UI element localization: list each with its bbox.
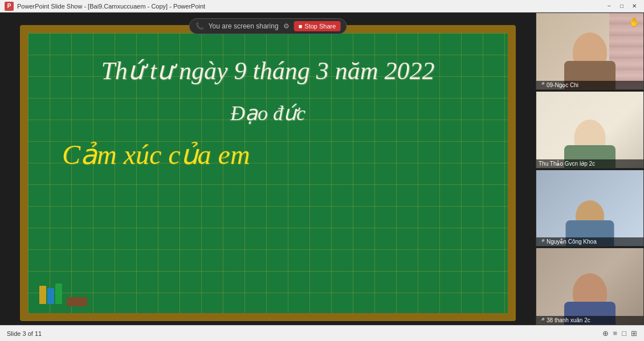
status-icon-4[interactable]: ⊞: [631, 329, 637, 338]
chalk-main-line3: Cảm xúc của em: [62, 138, 250, 170]
chalk-subtitle-line2: Đạo đức: [28, 101, 508, 125]
app-icon: P: [5, 2, 14, 11]
sharing-status-text: You are screen sharing: [209, 22, 279, 30]
participant-video-3: 🎤 Nguyễn Công Khoa: [536, 170, 644, 247]
status-right-icons: ⊕ ≡ □ ⊞: [602, 329, 637, 338]
status-icon-3[interactable]: □: [622, 329, 626, 338]
status-icon-1[interactable]: ⊕: [602, 329, 609, 338]
hand-raised-icon-1: ✋: [629, 17, 640, 27]
book-3: [55, 284, 62, 304]
book-1: [39, 286, 46, 304]
stop-icon: ■: [299, 23, 303, 30]
participant-bg-2: [536, 92, 643, 168]
participant-bg-1: [536, 13, 643, 89]
maximize-button[interactable]: □: [617, 2, 627, 10]
participants-panel: ✋ 🎤 09-Ngọc Chi Thu Thảo Gvcn lớp 2c: [536, 13, 644, 325]
mic-icon-4: 🎤: [539, 318, 545, 323]
participant-bg-3: [536, 170, 643, 246]
participant-name-bar-2: Thu Thảo Gvcn lớp 2c: [536, 159, 643, 168]
window-controls: − □ ✕: [604, 2, 639, 10]
participant-name-bar-1: 🎤 09-Ngọc Chi: [536, 81, 643, 89]
participant-name-bar-3: 🎤 Nguyễn Công Khoa: [536, 237, 643, 246]
slide-info: Slide 3 of 11: [7, 330, 42, 337]
mic-icon-1: 🎤: [539, 82, 545, 88]
blackboard-wrapper: Thứ tư ngày 9 tháng 3 năm 2022 Đạo đức C…: [20, 25, 516, 321]
participant-name-text-2: Thu Thảo Gvcn lớp 2c: [539, 161, 595, 167]
stop-share-button[interactable]: ■ Stop Share: [294, 21, 341, 31]
eraser: [67, 297, 87, 306]
mic-icon-3: 🎤: [539, 239, 545, 245]
gear-icon[interactable]: ⚙: [283, 22, 290, 30]
main-area: 📞 You are screen sharing ⚙ ■ Stop Share …: [0, 13, 644, 325]
book-2: [47, 288, 54, 304]
blackboard: Thứ tư ngày 9 tháng 3 năm 2022 Đạo đức C…: [28, 33, 508, 313]
window-title: PowerPoint Slide Show - [Bai9.Camxuccuae…: [17, 3, 604, 10]
phone-icon: 📞: [195, 22, 204, 30]
participant-name-bar-4: 🎤 38 thanh xuân 2c: [536, 316, 643, 324]
status-icon-2[interactable]: ≡: [613, 329, 618, 338]
participant-video-4: 🎤 38 thanh xuân 2c: [536, 248, 644, 325]
sharing-bar: 📞 You are screen sharing ⚙ ■ Stop Share: [189, 18, 347, 34]
participant-bg-4: [536, 248, 643, 324]
participant-name-text-4: 38 thanh xuân 2c: [547, 317, 590, 323]
participant-video-2: Thu Thảo Gvcn lớp 2c: [536, 91, 644, 169]
participant-video-1: ✋ 🎤 09-Ngọc Chi: [536, 13, 644, 90]
stop-share-label: Stop Share: [304, 23, 336, 30]
books-decoration: [39, 284, 62, 304]
status-bar: Slide 3 of 11 ⊕ ≡ □ ⊞: [0, 325, 644, 341]
close-button[interactable]: ✕: [629, 2, 639, 10]
title-bar: P PowerPoint Slide Show - [Bai9.Camxuccu…: [0, 0, 644, 13]
participant-name-text-1: 09-Ngọc Chi: [547, 82, 578, 88]
slide-area: 📞 You are screen sharing ⚙ ■ Stop Share …: [0, 13, 536, 325]
minimize-button[interactable]: −: [604, 2, 614, 10]
chalk-title-line1: Thứ tư ngày 9 tháng 3 năm 2022: [28, 56, 508, 85]
participant-name-text-3: Nguyễn Công Khoa: [547, 239, 597, 245]
